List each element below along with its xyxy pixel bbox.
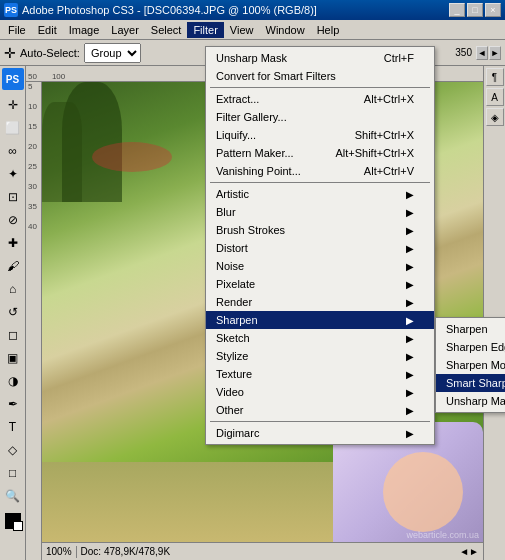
nav-arrow-right[interactable]: ► [469, 546, 479, 557]
tool-clone[interactable]: ⌂ [2, 278, 24, 300]
tool-pen[interactable]: ✒ [2, 393, 24, 415]
tool-foreground[interactable] [5, 513, 21, 529]
ps-logo: PS [2, 68, 24, 90]
ruler-vertical: 5 10 15 20 25 30 35 40 [26, 82, 42, 560]
canvas-image[interactable]: 100% Doc: 478,9K/478,9K ◄ ► webarticle.c… [42, 82, 483, 560]
main-area: PS ✛ ⬜ ∞ ✦ ⊡ ⊘ ✚ 🖌 ⌂ ↺ ◻ ▣ ◑ ✒ T ◇ □ 🔍 [0, 66, 505, 560]
app-title: Adobe Photoshop CS3 - [DSC06394.JPG @ 10… [22, 4, 317, 16]
toolbar: ✛ Auto-Select: Group 350 ◄ ► [0, 40, 505, 66]
title-bar: PS Adobe Photoshop CS3 - [DSC06394.JPG @… [0, 0, 505, 20]
toolbar-scroll-right[interactable]: ► [489, 46, 501, 60]
auto-select-label: Auto-Select: [20, 47, 80, 59]
tool-move[interactable]: ✛ [2, 94, 24, 116]
auto-select-dropdown[interactable]: Group [84, 43, 141, 63]
menu-filter[interactable]: Filter [187, 22, 223, 38]
status-bar: 100% Doc: 478,9K/478,9K ◄ ► [42, 542, 483, 560]
move-tool-icon: ✛ [4, 45, 16, 61]
tool-history[interactable]: ↺ [2, 301, 24, 323]
paragraph-panel-btn[interactable]: ¶ [486, 68, 504, 86]
tool-lasso[interactable]: ∞ [2, 140, 24, 162]
tools-panel: PS ✛ ⬜ ∞ ✦ ⊡ ⊘ ✚ 🖌 ⌂ ↺ ◻ ▣ ◑ ✒ T ◇ □ 🔍 [0, 66, 26, 560]
nav-arrow-left[interactable]: ◄ [459, 546, 469, 557]
toolbar-scroll-left[interactable]: ◄ [476, 46, 488, 60]
content-area: 50 100 5 10 15 20 25 30 35 40 [26, 66, 483, 560]
menu-help[interactable]: Help [311, 22, 346, 38]
zoom-level: 100% [46, 546, 72, 557]
menu-bar: File Edit Image Layer Select Filter View… [0, 20, 505, 40]
ruler-horizontal: 50 100 [26, 66, 483, 82]
right-panel: ¶ A ◈ [483, 66, 505, 560]
menu-file[interactable]: File [2, 22, 32, 38]
styles-panel-btn[interactable]: ◈ [486, 108, 504, 126]
menu-edit[interactable]: Edit [32, 22, 63, 38]
ps-app-icon: PS [4, 3, 18, 17]
tool-healing[interactable]: ✚ [2, 232, 24, 254]
tool-text[interactable]: T [2, 416, 24, 438]
minimize-button[interactable]: _ [449, 3, 465, 17]
tool-zoom[interactable]: 🔍 [2, 485, 24, 507]
menu-image[interactable]: Image [63, 22, 106, 38]
maximize-button[interactable]: □ [467, 3, 483, 17]
character-panel-btn[interactable]: A [486, 88, 504, 106]
menu-select[interactable]: Select [145, 22, 188, 38]
menu-layer[interactable]: Layer [105, 22, 145, 38]
size-indicator: 350 [455, 47, 472, 58]
tool-magic-wand[interactable]: ✦ [2, 163, 24, 185]
tool-eraser[interactable]: ◻ [2, 324, 24, 346]
watermark: webarticle.com.ua [406, 530, 479, 540]
tool-dodge[interactable]: ◑ [2, 370, 24, 392]
tool-selection[interactable]: ⬜ [2, 117, 24, 139]
tool-gradient[interactable]: ▣ [2, 347, 24, 369]
canvas-container: 5 10 15 20 25 30 35 40 [26, 82, 483, 560]
doc-info: Doc: 478,9K/478,9K [81, 546, 171, 557]
tool-path[interactable]: ◇ [2, 439, 24, 461]
close-button[interactable]: × [485, 3, 501, 17]
menu-view[interactable]: View [224, 22, 260, 38]
tool-eyedropper[interactable]: ⊘ [2, 209, 24, 231]
menu-window[interactable]: Window [260, 22, 311, 38]
app-window: PS Adobe Photoshop CS3 - [DSC06394.JPG @… [0, 0, 505, 560]
tool-brush[interactable]: 🖌 [2, 255, 24, 277]
tool-shape[interactable]: □ [2, 462, 24, 484]
title-bar-left: PS Adobe Photoshop CS3 - [DSC06394.JPG @… [4, 3, 317, 17]
tool-crop[interactable]: ⊡ [2, 186, 24, 208]
window-controls[interactable]: _ □ × [449, 3, 501, 17]
